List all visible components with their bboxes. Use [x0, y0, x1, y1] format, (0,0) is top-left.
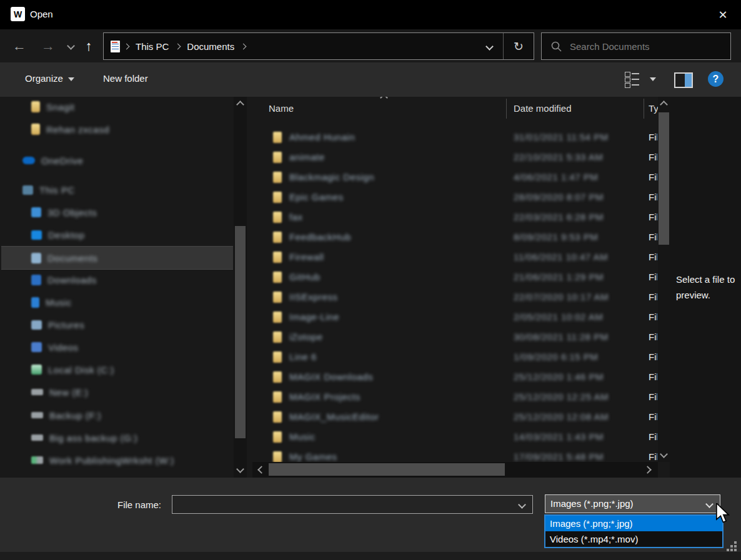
file-row[interactable]: IISExpress22/07/2020 10:17 AMFile folder: [252, 287, 659, 307]
folder-icon: [273, 371, 282, 383]
sidebar-item-label: Work PublishingWrksht (W:): [49, 455, 174, 466]
sidebar-item-this-pc[interactable]: This PC: [1, 179, 233, 201]
scroll-up-icon[interactable]: [236, 101, 244, 109]
recent-locations-chevron-icon[interactable]: [64, 29, 77, 62]
scroll-right-icon[interactable]: [644, 466, 652, 474]
sidebar-item-3d-objects[interactable]: 3D Objects: [1, 201, 233, 224]
file-name: IISExpress: [289, 292, 338, 302]
scrollbar-thumb[interactable]: [269, 463, 505, 476]
file-type: File folder: [649, 332, 657, 342]
breadcrumb-documents[interactable]: Documents: [184, 41, 237, 52]
file-row[interactable]: Image-Line2/05/2021 10:02 AMFile folder: [252, 307, 659, 327]
scroll-left-icon[interactable]: [257, 466, 266, 474]
sidebar-item-downloads[interactable]: Downloads: [1, 268, 233, 291]
up-button[interactable]: ↑: [79, 29, 98, 62]
file-name: GitHub: [289, 272, 321, 282]
scrollbar-thumb[interactable]: [659, 112, 669, 245]
breadcrumb-chevron-icon: [124, 43, 130, 49]
sidebar-item-desktop[interactable]: Desktop: [1, 224, 233, 246]
file-row[interactable]: Line 61/09/2020 6:15 PMFile folder: [252, 347, 659, 367]
column-header-name[interactable]: Name: [269, 103, 294, 114]
file-date-modified: 8/09/2021 9:53 PM: [514, 232, 598, 242]
scroll-down-icon[interactable]: [660, 450, 668, 458]
back-button[interactable]: ←: [10, 29, 29, 62]
column-divider[interactable]: [644, 99, 644, 119]
forward-button[interactable]: →: [39, 29, 57, 62]
file-row[interactable]: Firewall11/06/2021 10:47 AMFile folder: [252, 247, 659, 267]
help-icon[interactable]: ?: [708, 71, 724, 87]
chevron-down-icon[interactable]: [518, 501, 526, 509]
file-row[interactable]: Music14/03/2021 1:43 PMFile folder: [252, 427, 659, 447]
file-row[interactable]: fax22/03/2021 6:28 PMFile folder: [252, 207, 659, 227]
file-date-modified: 22/10/2021 5:33 AM: [514, 152, 603, 162]
file-row[interactable]: GitHub21/06/2021 1:29 PMFile folder: [252, 267, 659, 287]
file-row[interactable]: Ahmed Hunain31/01/2021 11:54 PMFile fold…: [252, 127, 659, 147]
sidebar-item-backup-f-[interactable]: Backup (F:): [1, 404, 233, 426]
navigation-bar: ← → ↑ This PC Documents ↻ Search Documen…: [0, 29, 741, 62]
sidebar-item-new-e-[interactable]: New (E:): [1, 381, 233, 403]
address-bar[interactable]: This PC Documents ↻: [103, 32, 534, 60]
folder-icon: [273, 192, 282, 203]
scroll-down-icon[interactable]: [236, 465, 244, 473]
list-horizontal-scrollbar[interactable]: [252, 462, 658, 478]
refresh-icon[interactable]: ↻: [503, 33, 534, 59]
file-row[interactable]: animate22/10/2021 5:33 AMFile folder: [252, 147, 659, 167]
file-row[interactable]: MAGIX_MusicEditor25/12/2020 12:08 AMFile…: [252, 407, 659, 427]
file-date-modified: 14/03/2021 1:43 PM: [514, 431, 604, 442]
window-bottom-edge: [0, 552, 741, 560]
folder-icon: [273, 172, 282, 183]
file-date-modified: 22/03/2021 6:28 PM: [514, 212, 604, 222]
file-name-input[interactable]: [172, 495, 533, 514]
file-name: Music: [289, 431, 316, 442]
address-dropdown-chevron-icon[interactable]: [475, 33, 503, 59]
column-header-date-modified[interactable]: Date modified: [514, 103, 572, 114]
file-row[interactable]: iZotope30/08/2021 11:28 PMFile folder: [252, 327, 659, 347]
views-icon[interactable]: [625, 72, 640, 87]
sidebar-item-big-ass-backup-g-[interactable]: Big ass backup (G:): [1, 426, 233, 449]
file-row[interactable]: FeedbackHub8/09/2021 9:53 PMFile folder: [252, 227, 659, 247]
close-icon[interactable]: ✕: [714, 6, 732, 24]
sidebar-item-label: OneDrive: [41, 155, 83, 166]
column-divider[interactable]: [506, 99, 507, 119]
sidebar-item-music[interactable]: Music: [1, 291, 233, 313]
sidebar-item-videos[interactable]: Videos: [1, 336, 233, 358]
views-dropdown-chevron-icon[interactable]: [650, 77, 656, 81]
file-type: File folder: [649, 252, 657, 262]
folder-icon: [273, 252, 282, 263]
file-row[interactable]: MAGIX Downloads25/12/2020 1:46 PMFile fo…: [252, 367, 659, 387]
sidebar-item-documents[interactable]: Documents: [1, 246, 233, 270]
sidebar-item-onedrive[interactable]: OneDrive: [1, 149, 233, 172]
search-input[interactable]: Search Documents: [541, 32, 731, 60]
scrollbar-thumb[interactable]: [235, 226, 246, 438]
sidebar-item-local-disk-c-[interactable]: Local Disk (C:): [1, 358, 233, 381]
sidebar-item-label: Pictures: [48, 320, 84, 330]
file-row[interactable]: MAGIX Projects25/12/2020 12:25 AMFile fo…: [252, 387, 659, 407]
preview-pane-icon[interactable]: [674, 72, 693, 88]
breadcrumb-this-pc[interactable]: This PC: [133, 41, 171, 52]
documents-icon: [31, 253, 41, 263]
resize-grip[interactable]: [727, 541, 738, 553]
file-type: File folder: [649, 351, 657, 362]
file-date-modified: 28/09/2020 8:07 PM: [514, 192, 604, 202]
file-type-option[interactable]: Videos (*.mp4;*.mov): [545, 531, 722, 547]
new-folder-button[interactable]: New folder: [103, 73, 148, 84]
sidebar-item-rehan-zxcasd[interactable]: Rehan zxcasd: [1, 118, 233, 140]
file-date-modified: 31/01/2021 11:54 PM: [514, 132, 609, 142]
sidebar-item-pictures[interactable]: Pictures: [1, 313, 233, 336]
folder-icon: [273, 152, 282, 163]
file-name: Image-Line: [289, 312, 339, 322]
sidebar-scrollbar[interactable]: [234, 97, 247, 478]
sidebar-item-label: New (E:): [49, 387, 88, 398]
scroll-up-icon[interactable]: [660, 101, 668, 109]
organize-button[interactable]: Organize: [25, 73, 74, 84]
file-row[interactable]: Blackmagic Design4/06/2021 1:47 PMFile f…: [252, 167, 659, 187]
sidebar-item-work-publishingwrksht-w-[interactable]: Work PublishingWrksht (W:): [1, 449, 233, 471]
file-type-combobox[interactable]: Images (*.png;*.jpg): [545, 494, 720, 513]
file-row[interactable]: Epic Games28/09/2020 8:07 PMFile folder: [252, 187, 659, 207]
sidebar-item-snagit[interactable]: Snagit: [1, 97, 233, 118]
file-type-option[interactable]: Images (*.png;*.jpg): [545, 516, 722, 531]
file-type: File folder: [649, 212, 657, 222]
list-vertical-scrollbar[interactable]: [658, 97, 670, 462]
file-name: Firewall: [289, 252, 324, 262]
column-header-type[interactable]: Type: [649, 103, 658, 114]
